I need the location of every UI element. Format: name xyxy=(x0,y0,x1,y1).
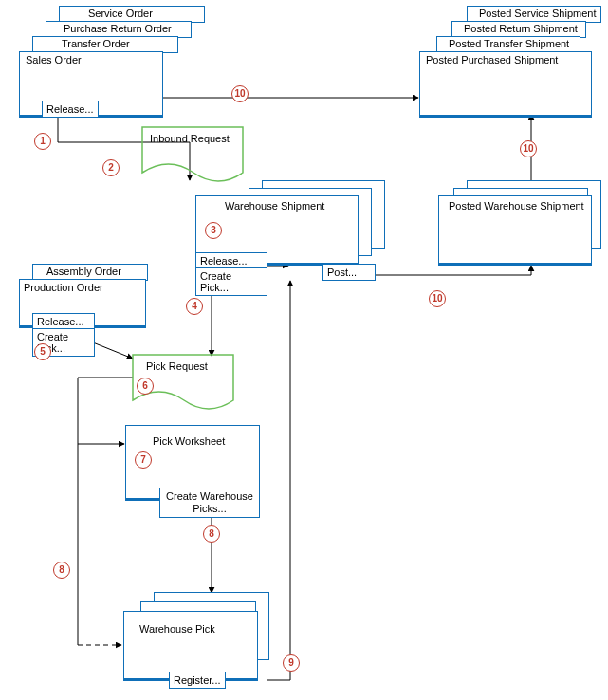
assembly-order-label: Assembly Order xyxy=(46,266,121,277)
step-badge-10b: 10 xyxy=(520,140,537,157)
step-badge-6: 6 xyxy=(137,378,154,395)
posted-return-shipment-label: Posted Return Shipment xyxy=(464,23,578,34)
production-order-label: Production Order xyxy=(24,282,103,293)
warehouse-shipment-label: Warehouse Shipment xyxy=(225,200,324,212)
posted-service-shipment-label: Posted Service Shipment xyxy=(479,8,597,19)
step-badge-7: 7 xyxy=(135,451,152,469)
step-badge-3: 3 xyxy=(205,222,222,239)
posted-transfer-shipment-label: Posted Transfer Shipment xyxy=(449,38,569,49)
step-badge-8: 8 xyxy=(203,525,220,543)
step-badge-8b: 8 xyxy=(53,562,70,579)
ws-post-button[interactable]: Post... xyxy=(322,264,376,281)
register-button[interactable]: Register... xyxy=(169,672,226,689)
step-badge-9: 9 xyxy=(283,654,300,672)
purchase-return-order-label: Purchase Return Order xyxy=(64,23,172,34)
inbound-request-label: Inbound Request xyxy=(150,133,230,144)
posted-purchased-shipment-label: Posted Purchased Shipment xyxy=(426,54,558,65)
create-warehouse-picks-button[interactable]: Create Warehouse Picks... xyxy=(159,488,260,518)
posted-purchased-shipment-card: Posted Purchased Shipment xyxy=(419,51,592,118)
sales-order-label: Sales Order xyxy=(26,54,82,65)
step-badge-4: 4 xyxy=(186,298,203,315)
service-order-label: Service Order xyxy=(88,8,153,19)
step-badge-2: 2 xyxy=(102,159,120,176)
warehouse-pick-label: Warehouse Pick xyxy=(139,623,215,635)
pick-request-label: Pick Request xyxy=(146,360,208,372)
warehouse-pick-card: Warehouse Pick xyxy=(123,611,258,681)
posted-warehouse-shipment-label: Posted Warehouse Shipment xyxy=(449,200,584,212)
posted-warehouse-shipment-card: Posted Warehouse Shipment xyxy=(438,195,592,266)
pick-worksheet-label: Pick Worksheet xyxy=(153,435,225,447)
transfer-order-label: Transfer Order xyxy=(62,38,130,49)
step-badge-10c: 10 xyxy=(429,290,446,307)
release-button[interactable]: Release... xyxy=(42,101,99,118)
step-badge-5: 5 xyxy=(34,343,51,360)
step-badge-1: 1 xyxy=(34,133,51,150)
ws-create-pick-button[interactable]: Create Pick... xyxy=(195,267,267,296)
step-badge-10a: 10 xyxy=(231,85,249,102)
